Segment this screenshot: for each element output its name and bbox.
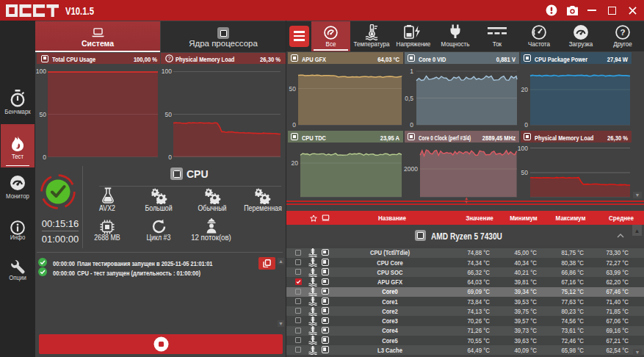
svg-text:50: 50	[521, 169, 529, 176]
svg-text:1: 1	[410, 68, 413, 75]
svg-text:0: 0	[292, 121, 296, 129]
svg-text:0,5: 0,5	[405, 95, 413, 102]
svg-text:?: ?	[167, 55, 170, 62]
svg-text:100: 100	[518, 145, 528, 152]
svg-text:0: 0	[410, 121, 413, 129]
svg-text:50: 50	[40, 111, 47, 118]
svg-text:0: 0	[43, 154, 46, 161]
svg-text:0: 0	[524, 121, 528, 129]
svg-text:2000: 2000	[404, 165, 418, 173]
svg-text:?: ?	[620, 28, 625, 37]
svg-text:100: 100	[36, 68, 46, 75]
svg-text:0: 0	[168, 154, 172, 161]
svg-text:20: 20	[521, 86, 529, 93]
svg-text:50: 50	[165, 111, 173, 118]
svg-text:100: 100	[162, 68, 172, 75]
svg-text:20: 20	[292, 159, 299, 167]
svg-text:50: 50	[289, 85, 297, 93]
